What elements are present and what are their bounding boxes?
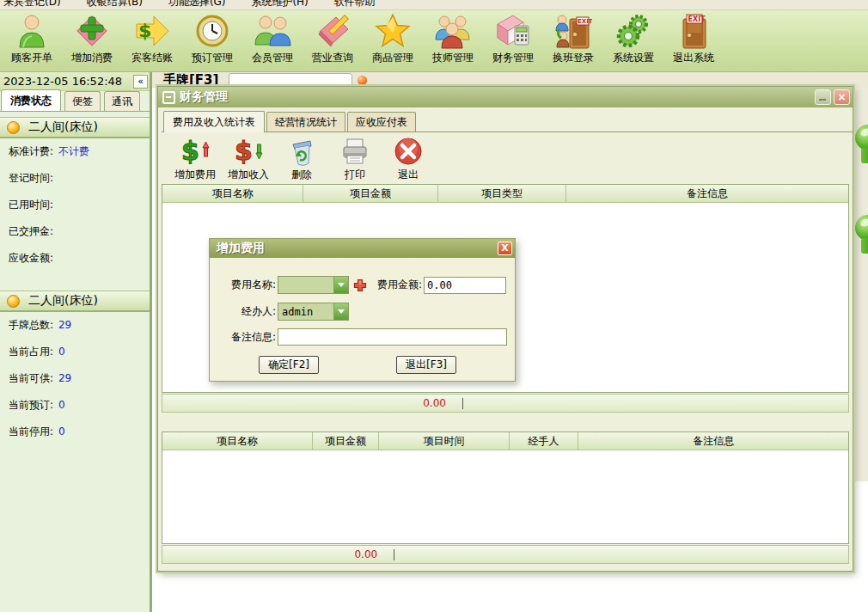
svg-text:$: $ bbox=[138, 20, 151, 41]
chevron-down-icon[interactable] bbox=[333, 303, 348, 320]
toolbar-button-reservation[interactable]: 预订管理 bbox=[182, 12, 242, 70]
sidebar-tabs: 消费状态 便签 通讯 bbox=[0, 91, 150, 112]
hand-tag-icon[interactable] bbox=[855, 125, 868, 164]
column-header[interactable]: 备注信息 bbox=[566, 185, 848, 202]
stat-row: 当前停用: 0 bbox=[0, 419, 150, 445]
remark-input[interactable] bbox=[278, 328, 507, 346]
notebook-pencil-icon bbox=[314, 12, 351, 50]
menu-item-guest-register[interactable]: 来宾登记(D) bbox=[3, 0, 61, 9]
toolbar-button-products[interactable]: 商品管理 bbox=[363, 12, 423, 70]
column-header[interactable]: 经手人 bbox=[510, 432, 579, 450]
tab-operation-stats[interactable]: 经营情况统计 bbox=[266, 112, 345, 132]
column-header[interactable]: 项目类型 bbox=[438, 185, 566, 202]
dollar-up-icon: $ bbox=[180, 136, 211, 167]
finance-dialog-title: 财务管理 bbox=[180, 89, 228, 105]
sidebar-collapse-button[interactable]: « bbox=[133, 75, 148, 89]
stat-row: 手牌总数: 29 bbox=[0, 312, 150, 339]
add-expense-type-button[interactable] bbox=[353, 278, 367, 292]
hand-tag-icon[interactable] bbox=[855, 215, 868, 254]
room-status-section-header: 二人间(床位) bbox=[0, 117, 150, 138]
tab-expense-income-stats[interactable]: 费用及收入统计表 bbox=[163, 111, 265, 132]
add-expense-dialog: 增加费用 X 费用名称: 费用金额: 经办人: admin bbox=[209, 238, 516, 382]
add-income-button[interactable]: $ 增加收入 bbox=[222, 136, 275, 182]
menu-item-cashier[interactable]: 收银结算(B) bbox=[86, 0, 143, 9]
info-row: 登记时间: bbox=[0, 165, 150, 192]
toolbar-button-add-consume[interactable]: 增加消费 bbox=[62, 12, 122, 70]
room-stats-section-header: 二人间(床位) bbox=[0, 291, 150, 312]
close-button[interactable]: × bbox=[834, 89, 850, 105]
stat-row: 当前占用: 0 bbox=[0, 339, 150, 365]
income-table: 项目名称 项目金额 项目时间 经手人 备注信息 bbox=[162, 431, 849, 544]
operator-label: 经办人: bbox=[217, 304, 276, 319]
expense-table-header: 项目名称 项目金额 项目类型 备注信息 bbox=[162, 185, 848, 202]
status-ball-icon bbox=[7, 295, 20, 308]
stat-row: 当前可供: 29 bbox=[0, 365, 150, 392]
diamond-plus-icon bbox=[73, 12, 111, 50]
menu-item-functions[interactable]: 功能选择(G) bbox=[168, 0, 226, 9]
income-total-bar: 0.00 bbox=[162, 545, 849, 564]
plus-icon bbox=[353, 278, 367, 292]
members-icon bbox=[254, 12, 291, 50]
shift-door-icon: EXIT bbox=[554, 12, 592, 50]
main-toolbar: 顾客开单 增加消费 $ 宾客结账 预订管理 bbox=[0, 10, 868, 72]
toolbar-button-finance[interactable]: 财务管理 bbox=[483, 12, 543, 70]
print-button[interactable]: 打印 bbox=[328, 136, 382, 182]
finance-dialog-toolbar: $ 增加费用 $ 增加收入 bbox=[158, 132, 853, 182]
dollar-down-icon: $ bbox=[233, 136, 264, 167]
delete-button[interactable]: 删除 bbox=[275, 136, 328, 182]
menu-item-system-maintain[interactable]: 系统维护(H) bbox=[251, 0, 308, 9]
column-header[interactable]: 备注信息 bbox=[578, 432, 848, 450]
confirm-button[interactable]: 确定[F2] bbox=[259, 356, 319, 374]
menu-item-help[interactable]: 软件帮助 bbox=[334, 0, 376, 9]
income-total-amount: 0.00 bbox=[354, 548, 377, 560]
menu-bar: 来宾登记(D) 收银结算(B) 功能选择(G) 系统维护(H) 软件帮助 bbox=[0, 0, 868, 10]
exit-button[interactable]: 退出 bbox=[382, 136, 435, 182]
add-expense-button[interactable]: $ 增加费用 bbox=[168, 136, 222, 182]
toolbar-button-shift-login[interactable]: EXIT 换班登录 bbox=[543, 12, 603, 70]
billing-mode-value[interactable]: 不计费 bbox=[58, 145, 89, 157]
column-header[interactable]: 项目名称 bbox=[162, 432, 313, 450]
gears-icon bbox=[614, 12, 652, 50]
column-header[interactable]: 项目金额 bbox=[313, 432, 379, 450]
column-header[interactable]: 项目名称 bbox=[162, 185, 303, 202]
staff-group-icon bbox=[434, 12, 472, 50]
expense-total-amount: 0.00 bbox=[423, 397, 446, 409]
column-header[interactable]: 项目时间 bbox=[379, 432, 510, 450]
star-icon bbox=[374, 12, 412, 50]
expense-name-select[interactable] bbox=[278, 276, 349, 294]
close-icon[interactable]: X bbox=[498, 242, 512, 255]
chevron-down-icon[interactable] bbox=[333, 277, 348, 293]
tab-notes[interactable]: 便签 bbox=[64, 91, 101, 111]
info-row: 标准计费: 不计费 bbox=[0, 138, 150, 165]
tab-receivable-payable[interactable]: 应收应付表 bbox=[347, 112, 416, 132]
sidebar: 2023-12-05 16:52:48 « 消费状态 便签 通讯 二人间(床位)… bbox=[0, 72, 152, 612]
minimize-button[interactable] bbox=[815, 89, 831, 105]
expense-amount-input[interactable] bbox=[424, 277, 506, 294]
expense-amount-label: 费用金额: bbox=[377, 278, 422, 292]
svg-text:$: $ bbox=[235, 136, 253, 166]
toolbar-button-business-query[interactable]: 营业查询 bbox=[303, 12, 363, 70]
toolbar-button-members[interactable]: 会员管理 bbox=[242, 12, 303, 70]
finance-dialog-titlebar[interactable]: 财务管理 × bbox=[158, 87, 853, 107]
toolbar-button-open-order[interactable]: 顾客开单 bbox=[2, 12, 62, 70]
clock-icon bbox=[193, 12, 231, 50]
income-table-body[interactable] bbox=[162, 450, 848, 543]
operator-select[interactable]: admin bbox=[278, 303, 349, 321]
exit-dialog-button[interactable]: 退出[F3] bbox=[396, 356, 456, 374]
toolbar-button-checkout[interactable]: $ 宾客结账 bbox=[122, 12, 182, 70]
dollar-arrow-icon: $ bbox=[133, 12, 171, 50]
toolbar-button-technicians[interactable]: 技师管理 bbox=[423, 12, 483, 70]
add-expense-titlebar[interactable]: 增加费用 X bbox=[210, 239, 515, 258]
toolbar-button-exit-system[interactable]: EXIT 退出系统 bbox=[663, 12, 724, 70]
tab-consume-status[interactable]: 消费状态 bbox=[1, 89, 61, 111]
svg-text:$: $ bbox=[181, 136, 199, 166]
column-header[interactable]: 项目金额 bbox=[303, 185, 437, 202]
tab-comms[interactable]: 通讯 bbox=[104, 91, 140, 111]
toolbar-button-settings[interactable]: 系统设置 bbox=[603, 12, 663, 70]
finance-folder-icon bbox=[494, 12, 532, 50]
trash-icon bbox=[286, 136, 317, 167]
dialog-system-icon bbox=[162, 91, 175, 104]
app-window: 来宾登记(D) 收银结算(B) 功能选择(G) 系统维护(H) 软件帮助 顾客开… bbox=[0, 0, 868, 612]
income-table-header: 项目名称 项目金额 项目时间 经手人 备注信息 bbox=[162, 432, 848, 450]
printer-icon bbox=[339, 136, 370, 167]
